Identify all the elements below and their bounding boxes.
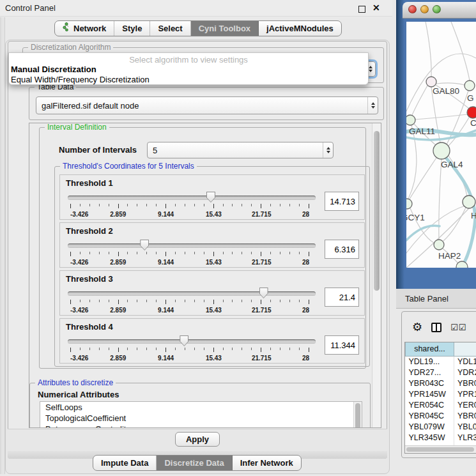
cell-name[interactable]: YDR2 — [454, 367, 476, 378]
cell-name[interactable]: YBR0 — [454, 378, 476, 388]
threshold-slider[interactable]: -3.4262.8599.14415.4321.71528 — [68, 334, 316, 364]
table-horizontal-scrollbar[interactable] — [405, 445, 476, 453]
table-row[interactable]: YLR345WYLR3 — [406, 432, 476, 443]
network-node-c[interactable] — [467, 107, 476, 118]
tab-infer-network[interactable]: Infer Network — [233, 456, 301, 470]
float-window-icon[interactable] — [358, 6, 365, 13]
threshold-slider[interactable]: -3.4262.8599.14415.4321.71528 — [68, 238, 316, 268]
zoom-traffic-light-icon[interactable] — [433, 5, 441, 13]
dropdown-option-equal-width[interactable]: Equal Width/Frequency Discretization — [11, 75, 150, 84]
network-node-gcy1[interactable] — [406, 199, 412, 209]
number-of-intervals-combobox[interactable]: 5 — [147, 142, 334, 158]
cell-name[interactable]: YPR1 — [454, 388, 476, 399]
slider-track[interactable] — [68, 291, 316, 296]
threshold-3-panel: Threshold 3 -3.4262.8599.14415.4321.7152… — [59, 270, 365, 316]
tab-impute-data[interactable]: Impute Data — [93, 456, 157, 470]
attribute-list-item[interactable]: TopologicalCoefficient — [40, 413, 362, 424]
tab-label: Impute Data — [101, 456, 148, 470]
network-node-gal4[interactable] — [433, 142, 450, 159]
slider-handle[interactable] — [259, 288, 268, 298]
gear-icon[interactable]: ⚙ — [412, 321, 422, 333]
tab-select[interactable]: Select — [150, 21, 190, 36]
tick-label: 21.715 — [252, 307, 272, 314]
threshold-value-input[interactable] — [325, 192, 359, 211]
network-edge — [451, 22, 470, 81]
cell-shared-name[interactable]: YLR345W — [406, 432, 454, 443]
group-label: Discretization Algorithm — [28, 43, 113, 52]
network-node-g[interactable] — [464, 81, 475, 91]
threshold-title: Threshold 3 — [66, 274, 113, 284]
table-row[interactable]: YDR27...YDR2 — [406, 367, 476, 378]
slider-track[interactable] — [68, 243, 316, 248]
slider-handle[interactable] — [140, 240, 149, 250]
cell-name[interactable]: YDL1 — [454, 356, 476, 367]
table-data-combobox[interactable]: galFiltered.sif default node — [36, 96, 378, 114]
tab-cyni-toolbox[interactable]: Cyni Toolbox — [191, 21, 259, 36]
network-node-hap2[interactable] — [434, 240, 444, 250]
table-row[interactable]: YBR043CYBR0 — [406, 378, 476, 388]
scrollbar-thumb[interactable] — [406, 447, 474, 452]
table-panel-body: ⚙ ☑☑ shared... na YDL19...YDL1YDR27...YD… — [401, 311, 476, 458]
list-scrollbar[interactable] — [353, 402, 362, 428]
tab-style[interactable]: Style — [114, 21, 150, 36]
network-canvas[interactable]: GAL80GCGAL11GAL4GCY1HHAP2 — [406, 22, 476, 268]
minimize-traffic-light-icon[interactable] — [420, 5, 429, 13]
cell-shared-name[interactable]: YDL19... — [406, 356, 454, 367]
cell-shared-name[interactable]: YDR27... — [406, 367, 454, 378]
table-row[interactable]: YPR145WYPR1 — [406, 388, 476, 399]
network-window-titlebar[interactable] — [403, 2, 476, 19]
apply-button[interactable]: Apply — [175, 432, 220, 447]
close-traffic-light-icon[interactable] — [408, 5, 417, 13]
numerical-attributes-list[interactable]: SelfLoopsTopologicalCoefficientBetweenne… — [40, 401, 362, 428]
cell-name[interactable]: YBR0 — [454, 410, 476, 421]
cell-shared-name[interactable]: YBR045C — [406, 410, 454, 421]
tick-label: 28 — [302, 307, 309, 314]
threshold-value-input[interactable] — [325, 335, 359, 355]
threshold-value-input[interactable] — [325, 288, 359, 307]
attribute-list-item[interactable]: SelfLoops — [40, 402, 362, 413]
tick-label: 2.859 — [110, 355, 126, 362]
slider-handle[interactable] — [180, 335, 188, 346]
table-row[interactable]: YBL079WYBL0 — [406, 421, 476, 432]
table-row[interactable]: YER054CYER0 — [406, 399, 476, 410]
cell-shared-name[interactable]: YBL079W — [406, 421, 454, 432]
column-header-shared-name[interactable]: shared... — [406, 342, 454, 356]
threshold-slider[interactable]: -3.4262.8599.14415.4321.71528 — [68, 286, 316, 316]
network-node-gal11[interactable] — [406, 115, 415, 125]
cell-name[interactable]: YLR3 — [454, 432, 476, 443]
scrollbar-thumb[interactable] — [374, 131, 380, 291]
tab-network[interactable]: Network — [55, 21, 114, 36]
cell-shared-name[interactable]: YER054C — [406, 399, 454, 410]
slider-track[interactable] — [68, 339, 316, 344]
close-icon[interactable]: ✕ — [372, 3, 380, 13]
threshold-1-panel: Threshold 1 -3.4262.8599.14415.4321.7152… — [59, 174, 365, 220]
tick-label: 21.715 — [252, 211, 272, 218]
control-panel-titlebar: Control Panel ✕ — [0, 0, 392, 17]
slider-track[interactable] — [68, 196, 316, 200]
column-header-name[interactable]: na — [454, 342, 476, 356]
split-columns-icon[interactable] — [431, 323, 441, 332]
network-node-h[interactable] — [463, 196, 475, 208]
tab-discretize-data[interactable]: Discretize Data — [157, 456, 232, 470]
dropdown-option-manual[interactable]: Manual Discretization — [11, 65, 96, 74]
cell-shared-name[interactable]: YPR145W — [406, 388, 454, 399]
node-table[interactable]: shared... na YDL19...YDL1YDR27...YDR2YBR… — [404, 342, 476, 454]
slider-handle[interactable] — [206, 192, 215, 203]
node-label: C — [470, 118, 476, 128]
panel-left-gutter — [0, 17, 5, 474]
settings-vertical-scrollbar[interactable] — [372, 123, 381, 427]
threshold-slider[interactable]: -3.4262.8599.14415.4321.71528 — [68, 190, 316, 220]
cell-name[interactable]: YBL0 — [454, 421, 476, 432]
attributes-group: Attributes to discretize Numerical Attri… — [29, 383, 371, 428]
checked-checkbox-icons[interactable]: ☑☑ — [450, 323, 466, 332]
cell-name[interactable]: YER0 — [454, 399, 476, 410]
tab-jactivemnodules[interactable]: jActiveMNodules — [259, 21, 341, 36]
network-node-gal80[interactable] — [426, 77, 436, 87]
tick-label: -3.426 — [70, 355, 88, 362]
tick-label: -3.426 — [70, 211, 88, 218]
cell-shared-name[interactable]: YBR043C — [406, 378, 454, 388]
threshold-value-input[interactable] — [325, 240, 359, 259]
attribute-list-item[interactable]: BetweennessCentrality — [40, 424, 362, 428]
table-row[interactable]: YDL19...YDL1 — [406, 356, 476, 367]
table-row[interactable]: YBR045CYBR0 — [406, 410, 476, 421]
